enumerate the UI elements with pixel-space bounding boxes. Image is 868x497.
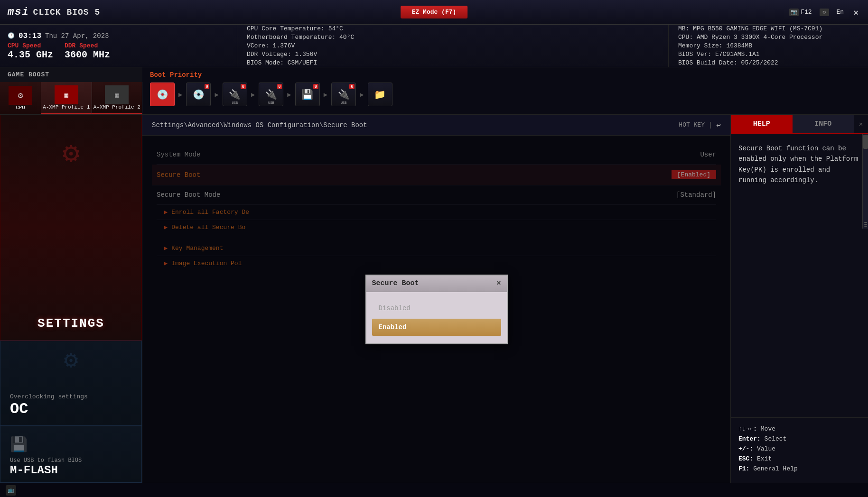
cpu-boost-btn[interactable]: ⚙ CPU	[0, 82, 41, 114]
settings-icon: ⚙	[820, 9, 829, 16]
ddr-speed-label: DDR Speed	[65, 42, 110, 49]
cpu-model: CPU: AMD Ryzen 3 3300X 4-Core Processor	[678, 34, 859, 41]
boot-devices: 💿 ▶ 💿 U ▶ 🔌 U USB ▶ 🔌 U USB ▶ 💾 U	[150, 83, 860, 106]
info-bar: 🕐 03:13 Thu 27 Apr, 2023 CPU Speed 4.35 …	[0, 25, 868, 67]
language-control[interactable]: En	[837, 9, 844, 16]
cpu-speed-value: 4.35 GHz	[8, 49, 53, 60]
key-f1: F1: General Help	[738, 465, 860, 472]
panel-close-button[interactable]: ✕	[854, 115, 868, 133]
boot-priority-title: Boot Priority	[150, 71, 860, 79]
game-boost-panel: GAME BOOST ⚙ CPU ▦ A-XMP Profile 1 ▦ A-X…	[0, 67, 142, 114]
boot-icon-6: 🔌	[338, 89, 350, 101]
clock-display: 03:13	[19, 32, 41, 40]
date-display: Thu 27 Apr, 2023	[45, 32, 109, 40]
top-right-controls: 📷 F12 ⚙ En ✕	[789, 7, 860, 18]
memory-size: Memory Size: 16384MB	[678, 42, 859, 49]
boot-arrow-2: ▶	[215, 91, 218, 99]
boot-icon-3: 🔌	[229, 89, 241, 101]
screenshot-control[interactable]: 📷 F12	[789, 9, 812, 16]
boot-arrow-1: ▶	[178, 91, 182, 99]
app-title: CLICK BIOS 5	[33, 8, 101, 17]
axmp1-btn[interactable]: ▦ A-XMP Profile 1	[41, 82, 92, 114]
settings-nav-card[interactable]: ⚙ SETTINGS	[0, 115, 142, 341]
bios-ver: BIOS Ver: E7C91AMS.1A1	[678, 51, 859, 58]
boot-badge-3: U	[241, 84, 246, 89]
oc-nav-card[interactable]: ⚙ Overclocking settings OC	[0, 341, 142, 426]
cpu-btn-label: CPU	[16, 105, 25, 110]
taskbar-icon[interactable]: 📺	[6, 485, 16, 496]
axmp1-label: A-XMP Profile 1	[43, 104, 90, 110]
boot-arrow-4: ▶	[287, 91, 291, 99]
ddr-speed-value: 3600 MHz	[65, 49, 110, 60]
main-content: ⚙ SETTINGS ⚙ Overclocking settings OC 💾 …	[0, 115, 868, 483]
ddr-speed-item: DDR Speed 3600 MHz	[65, 42, 110, 60]
info-tab[interactable]: INFO	[793, 115, 854, 133]
left-panel: ⚙ SETTINGS ⚙ Overclocking settings OC 💾 …	[0, 115, 142, 483]
mflash-nav-card[interactable]: 💾 Use USB to flash BIOS M-FLASH	[0, 426, 142, 483]
boot-device-5[interactable]: 💾 U	[295, 83, 320, 106]
ez-mode-button[interactable]: EZ Mode (F7)	[401, 6, 468, 18]
cpu-temp: CPU Core Temperature: 54°C	[247, 25, 659, 32]
boot-icon-1: 💿	[157, 89, 168, 101]
modal-option-enabled[interactable]: Enabled	[372, 319, 501, 336]
settings-content: System Mode User Secure Boot [Enabled] S…	[142, 136, 730, 483]
mb-model: MB: MPG B550 GAMING EDGE WIFI (MS-7C91)	[678, 25, 859, 32]
game-boost-label: GAME BOOST	[0, 67, 142, 82]
boot-priority-section: Boot Priority 💿 ▶ 💿 U ▶ 🔌 U USB ▶ 🔌 U US…	[142, 67, 868, 114]
scroll-handle[interactable]	[863, 135, 868, 149]
bottom-bar: 📺	[0, 483, 868, 497]
boot-badge-6: U	[349, 84, 355, 89]
hotkey-area: HOT KEY | ↩	[679, 120, 721, 130]
hotkey-label: HOT KEY	[679, 121, 705, 129]
boot-arrow-6: ▶	[360, 91, 364, 99]
bios-build: BIOS Build Date: 05/25/2022	[678, 59, 859, 66]
boot-device-1[interactable]: 💿	[150, 83, 175, 106]
boot-device-2[interactable]: 💿 U	[186, 83, 211, 106]
axmp2-label: A-XMP Profile 2	[93, 104, 140, 110]
key-enter: Enter: Select	[738, 435, 860, 442]
boot-icon-2: 💿	[193, 89, 205, 101]
info-right: MB: MPG B550 GAMING EDGE WIFI (MS-7C91) …	[669, 25, 868, 67]
boot-arrow-5: ▶	[324, 91, 327, 99]
xmp-profiles: ⚙ CPU ▦ A-XMP Profile 1 ▦ A-XMP Profile …	[0, 82, 142, 114]
usb-icon: 💾	[10, 436, 28, 453]
modal-option-disabled[interactable]: Disabled	[372, 300, 501, 317]
f12-label: F12	[801, 9, 812, 16]
info-mid: CPU Core Temperature: 54°C Motherboard T…	[237, 25, 669, 67]
top-bar: msi CLICK BIOS 5 EZ Mode (F7) 📷 F12 ⚙ En…	[0, 0, 868, 25]
breadcrumb-bar: Settings\Advanced\Windows OS Configurati…	[142, 115, 730, 136]
close-button[interactable]: ✕	[851, 7, 860, 18]
bios-mode: BIOS Mode: CSM/UEFI	[247, 59, 659, 66]
key-esc: ESC: Exit	[738, 455, 860, 462]
key-move: ↑↓→←: Move	[738, 425, 860, 433]
settings-bg-icon: ⚙	[43, 125, 100, 182]
right-tabs: HELP INFO ✕	[731, 115, 868, 134]
right-scrollbar[interactable]	[862, 134, 868, 229]
boot-badge-2: U	[205, 84, 210, 89]
boot-device-4[interactable]: 🔌 U USB	[259, 83, 283, 106]
modal-overlay: Secure Boot × Disabled Enabled	[142, 136, 730, 483]
boot-icon-4: 🔌	[265, 89, 277, 101]
boot-badge-5: U	[313, 84, 318, 89]
game-boost-bar: GAME BOOST ⚙ CPU ▦ A-XMP Profile 1 ▦ A-X…	[0, 67, 868, 115]
modal-body: Disabled Enabled	[366, 292, 507, 343]
boot-device-3[interactable]: 🔌 U USB	[223, 83, 247, 106]
cpu-speed-label: CPU Speed	[8, 42, 53, 49]
modal-close-button[interactable]: ×	[496, 279, 501, 288]
secure-boot-dialog: Secure Boot × Disabled Enabled	[365, 275, 508, 344]
boot-icon-5: 💾	[301, 89, 313, 101]
modal-title: Secure Boot	[372, 279, 419, 287]
speeds-row: CPU Speed 4.35 GHz DDR Speed 3600 MHz	[8, 42, 229, 60]
boot-device-7[interactable]: 📁	[368, 83, 392, 106]
center-panel: Settings\Advanced\Windows OS Configurati…	[142, 115, 730, 483]
help-tab[interactable]: HELP	[731, 115, 793, 133]
keyboard-help: ↑↓→←: Move Enter: Select +/-: Value ESC:…	[731, 417, 868, 483]
camera-icon: 📷	[789, 9, 799, 16]
settings-control[interactable]: ⚙	[820, 9, 829, 16]
flash-title: M-FLASH	[10, 464, 132, 477]
vcore: VCore: 1.376V	[247, 42, 659, 49]
modal-title-bar: Secure Boot ×	[366, 276, 507, 292]
boot-device-6[interactable]: 🔌 U USB	[331, 83, 356, 106]
back-button[interactable]: ↩	[716, 120, 721, 130]
axmp2-btn[interactable]: ▦ A-XMP Profile 2	[92, 82, 142, 114]
